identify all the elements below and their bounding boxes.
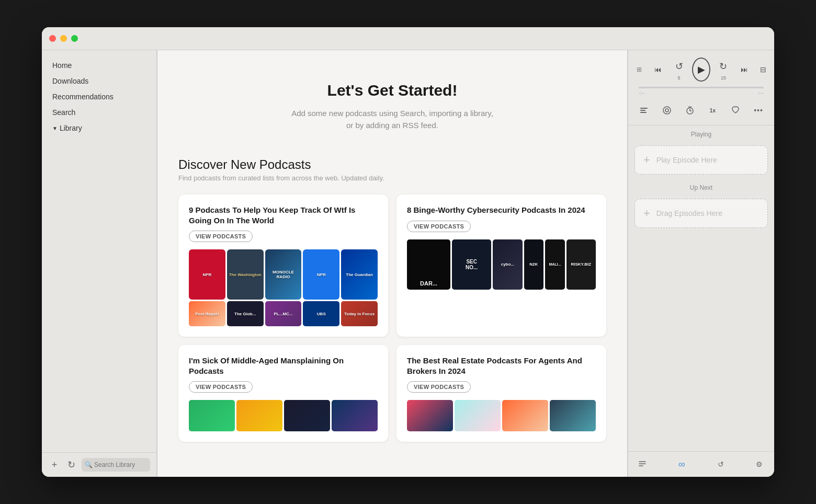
share-button[interactable] [659, 102, 675, 119]
add-button[interactable]: + [48, 459, 61, 471]
podcast-image: The Glob... [227, 301, 264, 326]
sidebar-footer: + ↻ 🔍 [42, 452, 156, 477]
podcast-card-cybersecurity: 8 Binge-Worthy Cybersecurity Podcasts In… [396, 194, 606, 337]
play-episode-label: Play Episode Here [656, 156, 717, 164]
timer-button[interactable] [682, 102, 698, 119]
library-search-input[interactable] [82, 458, 150, 472]
podcast-image: The Washington [227, 249, 264, 300]
speed-label: 1x [710, 108, 716, 113]
chapters-button[interactable] [636, 102, 652, 119]
hero-subtitle: Add some new podcasts using Search, impo… [178, 108, 606, 131]
sidebar-item-library[interactable]: ▼ Library [42, 120, 156, 136]
rewind-5-group: ↺ 5 [671, 59, 687, 81]
view-podcasts-button-cybersecurity[interactable]: VIEW PODCASTS [407, 221, 471, 232]
refresh-footer-button[interactable]: ↺ [713, 457, 728, 472]
podcast-image [407, 400, 453, 431]
skip-next-button[interactable]: ⏭ [736, 62, 752, 77]
progress-bar[interactable] [639, 87, 764, 88]
heart-button[interactable] [727, 102, 744, 119]
forward-15-group: ↻ 15 [716, 59, 731, 81]
app-window: Home Downloads Recommendations Search ▼ … [42, 27, 774, 477]
skip-back-group: ⏮ [650, 62, 666, 77]
speed-button[interactable]: 1x [704, 102, 721, 119]
forward-15-button[interactable]: ↻ [716, 59, 731, 74]
time-labels: -:-- -:-- [639, 90, 764, 96]
view-podcasts-button-mansplaining[interactable]: VIEW PODCASTS [189, 381, 253, 393]
podcast-card-mansplaining: I'm Sick Of Middle-Aged Mansplaining On … [178, 345, 388, 442]
rewind-5-button[interactable]: ↺ [671, 59, 687, 74]
skip-next-group: ⏭ [736, 62, 752, 77]
traffic-lights [49, 35, 78, 42]
play-episode-item[interactable]: + Play Episode Here [634, 145, 768, 175]
podcast-image: Today in Focus [341, 301, 378, 326]
svg-point-3 [663, 107, 671, 114]
podcast-card-title: The Best Real Estate Podcasts For Agents… [407, 356, 596, 376]
sidebar-item-downloads[interactable]: Downloads [42, 73, 156, 89]
podcast-image: cybo... [493, 239, 522, 290]
podcast-images-cybersecurity: DAR... SECNO... cybo... N2K [407, 239, 596, 290]
play-button[interactable]: ▶ [692, 58, 710, 82]
minimize-button[interactable] [60, 35, 67, 42]
app-body: Home Downloads Recommendations Search ▼ … [42, 50, 774, 477]
discover-section: Discover New Podcasts Find podcasts from… [178, 157, 606, 442]
podcast-card-title: I'm Sick Of Middle-Aged Mansplaining On … [189, 356, 378, 376]
library-search-wrapper: 🔍 [82, 458, 150, 472]
play-plus-icon: + [643, 153, 650, 167]
podcast-image: UBS [303, 301, 339, 326]
podcast-images-row2: Post Report The Glob... PL...MC... UBS [189, 301, 378, 326]
skip-back-button[interactable]: ⏮ [650, 62, 666, 77]
podcast-image: NPR [189, 249, 225, 300]
podcast-image: PL...MC... [265, 301, 302, 326]
podcast-image: DAR... [407, 239, 450, 290]
main-content: Let's Get Started! Add some new podcasts… [157, 50, 627, 477]
podcast-image [284, 400, 330, 431]
chevron-down-icon: ▼ [52, 125, 58, 131]
right-panel: ⊞ ⏮ ↺ 5 ▶ ↻ 15 [628, 50, 774, 477]
right-footer: ∞ ↺ ⚙ [628, 451, 774, 477]
drag-episodes-item[interactable]: + Drag Episodes Here [634, 199, 768, 228]
podcast-image: The Guardian [341, 249, 378, 300]
player-actions: 1x ••• [633, 100, 769, 121]
podcast-card-real-estate: The Best Real Estate Podcasts For Agents… [396, 345, 606, 442]
collapse-icon[interactable]: ⊟ [757, 62, 769, 77]
podcast-image: SECNO... [452, 239, 491, 290]
discover-subtitle: Find podcasts from curated lists from ac… [178, 174, 606, 182]
podcast-card-world-news: 9 Podcasts To Help You Keep Track Of Wtf… [178, 194, 388, 337]
podcast-image: MALI... [545, 239, 565, 290]
hero-title: Let's Get Started! [178, 82, 606, 99]
podcast-image: MONOCLE RADIO [265, 249, 302, 300]
podcast-card-title: 8 Binge-Worthy Cybersecurity Podcasts In… [407, 205, 596, 215]
view-podcasts-button-world-news[interactable]: VIEW PODCASTS [189, 231, 253, 242]
drag-episodes-label: Drag Episodes Here [656, 209, 722, 217]
podcast-card-title: 9 Podcasts To Help You Keep Track Of Wtf… [189, 205, 378, 225]
view-podcasts-button-real-estate[interactable]: VIEW PODCASTS [407, 381, 471, 393]
settings-button[interactable]: ⚙ [752, 457, 767, 472]
titlebar [42, 27, 774, 50]
progress-area: -:-- -:-- [633, 87, 769, 100]
podcast-grid: 9 Podcasts To Help You Keep Track Of Wtf… [178, 194, 606, 442]
svg-point-4 [665, 109, 668, 112]
rewind-5-label: 5 [678, 75, 681, 81]
playing-label: Playing [628, 125, 774, 141]
duration: -:-- [758, 90, 764, 96]
podcast-image [236, 400, 282, 431]
podcast-images-world-news: NPR The Washington MONOCLE RADIO NPR [189, 249, 378, 300]
more-button[interactable]: ••• [750, 102, 767, 119]
svg-rect-1 [640, 110, 645, 111]
more-dots: ••• [754, 106, 763, 114]
queue-icon[interactable] [636, 457, 650, 472]
current-time: -:-- [639, 90, 645, 96]
podcast-image: NPR [303, 249, 339, 300]
sidebar-item-recommendations[interactable]: Recommendations [42, 89, 156, 105]
infinity-button[interactable]: ∞ [674, 457, 689, 472]
sidebar-item-home[interactable]: Home [42, 58, 156, 73]
sidebar-nav: Home Downloads Recommendations Search ▼ … [42, 50, 156, 452]
podcast-image: RISKY.BIZ [566, 239, 596, 290]
podcast-images-mansplaining [189, 400, 378, 431]
maximize-button[interactable] [71, 35, 78, 42]
close-button[interactable] [49, 35, 56, 42]
sidebar: Home Downloads Recommendations Search ▼ … [42, 50, 157, 477]
sidebar-item-search[interactable]: Search [42, 105, 156, 120]
refresh-button[interactable]: ↻ [65, 459, 77, 471]
expand-icon[interactable]: ⊞ [633, 62, 645, 77]
